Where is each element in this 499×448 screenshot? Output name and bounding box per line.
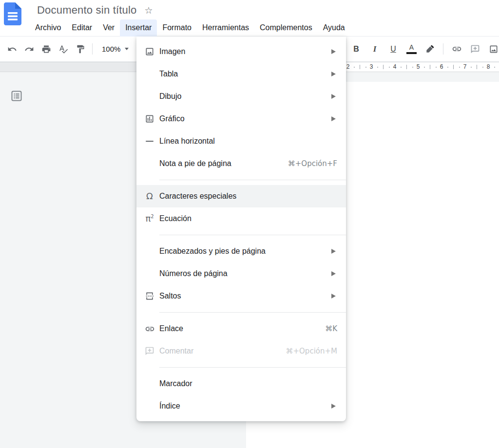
document-outline-icon[interactable] bbox=[10, 89, 23, 103]
comment-icon bbox=[144, 345, 155, 357]
menu-item-label: Línea horizontal bbox=[159, 137, 215, 146]
ruler-tick bbox=[453, 65, 454, 69]
menu-item-shortcut: ⌘K bbox=[325, 324, 337, 333]
menu-item-tabla[interactable]: Tabla bbox=[136, 63, 346, 85]
zoom-value: 100% bbox=[102, 45, 120, 53]
add-comment-icon[interactable] bbox=[470, 43, 480, 55]
menubar-item-complementos[interactable]: Complementos bbox=[254, 19, 318, 37]
menu-item-label: Caracteres especiales bbox=[159, 192, 236, 201]
ruler-tick bbox=[471, 67, 472, 68]
menu-item-shortcut: ⌘+Opción+M bbox=[286, 347, 337, 355]
menu-item-label: Imagen bbox=[159, 47, 185, 56]
menu-item-label: Dibujo bbox=[159, 92, 181, 101]
menu-item-saltos[interactable]: Saltos bbox=[136, 285, 346, 307]
insert-image-icon bbox=[488, 43, 499, 55]
menu-item-label: Nota a pie de página bbox=[159, 159, 231, 168]
image-icon bbox=[144, 46, 155, 57]
menu-item-nota-a-pie-de-pagina[interactable]: Nota a pie de página⌘+Opción+F bbox=[136, 152, 346, 175]
insert-menu: ImagenTablaDibujoGráficoLínea horizontal… bbox=[136, 37, 346, 421]
text-color-button[interactable]: A bbox=[406, 44, 417, 54]
italic-button[interactable]: I bbox=[369, 43, 380, 55]
ruler-number: 6 bbox=[436, 62, 447, 72]
ruler-tick bbox=[354, 67, 355, 68]
submenu-arrow-icon bbox=[331, 271, 336, 276]
undo-icon[interactable] bbox=[7, 43, 18, 55]
menu-item-label: Saltos bbox=[159, 292, 181, 300]
ruler-tick bbox=[406, 65, 407, 69]
menu-separator bbox=[159, 235, 346, 235]
ruler-number: 7 bbox=[460, 62, 470, 72]
chart-icon bbox=[144, 113, 155, 125]
menu-item-grafico[interactable]: Gráfico bbox=[136, 108, 346, 130]
toolbar-divider bbox=[443, 43, 443, 55]
menu-item-label: Ecuación bbox=[159, 214, 192, 223]
menu-item-imagen[interactable]: Imagen bbox=[136, 40, 346, 63]
menu-separator bbox=[159, 312, 346, 313]
paint-format-icon[interactable] bbox=[75, 43, 86, 55]
ruler-tick bbox=[360, 65, 360, 69]
menu-item-indice[interactable]: Índice bbox=[136, 395, 346, 417]
menu-icon-placeholder bbox=[144, 268, 155, 280]
menu-icon-placeholder bbox=[144, 378, 155, 390]
menu-separator bbox=[159, 180, 346, 180]
menubar-item-archivo[interactable]: Archivo bbox=[30, 19, 66, 37]
submenu-arrow-icon bbox=[331, 116, 336, 121]
menu-item-dibujo[interactable]: Dibujo bbox=[136, 85, 346, 108]
bold-button[interactable]: B bbox=[351, 43, 362, 55]
horizontal-line-icon bbox=[144, 135, 155, 147]
menu-item-encabezados-y-pies-de-pagina[interactable]: Encabezados y pies de página bbox=[136, 240, 346, 262]
menu-separator bbox=[159, 367, 346, 368]
menubar-item-insertar[interactable]: Insertar bbox=[120, 19, 157, 37]
menu-icon-placeholder bbox=[144, 158, 155, 169]
menu-item-ecuacion[interactable]: π2Ecuación bbox=[136, 207, 346, 230]
menubar-item-ver[interactable]: Ver bbox=[97, 19, 120, 37]
menu-item-marcador[interactable]: Marcador bbox=[136, 373, 346, 395]
menu-item-label: Índice bbox=[159, 402, 180, 411]
ruler-number: 5 bbox=[413, 62, 423, 72]
menu-icon-placeholder bbox=[144, 245, 155, 257]
menubar-item-formato[interactable]: Formato bbox=[157, 19, 197, 37]
menu-item-caracteres-especiales[interactable]: ΩCaracteres especiales bbox=[136, 185, 346, 207]
menu-icon-placeholder bbox=[144, 91, 155, 102]
google-docs-logo-icon[interactable] bbox=[4, 2, 21, 25]
menu-item-numeros-de-pagina[interactable]: Números de página bbox=[136, 262, 346, 285]
highlight-color-icon[interactable] bbox=[424, 43, 435, 55]
ruler-tick bbox=[401, 67, 402, 68]
underline-button[interactable]: U bbox=[388, 43, 399, 55]
page-break-icon bbox=[144, 290, 155, 302]
menubar: ArchivoEditarVerInsertarFormatoHerramien… bbox=[30, 19, 350, 37]
menu-item-label: Comentar bbox=[159, 347, 193, 355]
submenu-arrow-icon bbox=[331, 94, 336, 99]
menubar-item-editar[interactable]: Editar bbox=[66, 19, 97, 37]
menu-item-linea-horizontal[interactable]: Línea horizontal bbox=[136, 130, 346, 152]
titlebar: Documento sin título ☆ bbox=[0, 0, 499, 19]
redo-icon[interactable] bbox=[24, 43, 35, 55]
menubar-item-herramientas[interactable]: Herramientas bbox=[197, 19, 254, 37]
menu-item-enlace[interactable]: Enlace⌘K bbox=[136, 317, 346, 340]
ruler-tick bbox=[447, 67, 448, 68]
menubar-item-ayuda[interactable]: Ayuda bbox=[318, 19, 350, 37]
toolbar-divider bbox=[92, 43, 93, 55]
menu-item-comentar: Comentar⌘+Opción+M bbox=[136, 340, 346, 362]
star-icon[interactable]: ☆ bbox=[145, 5, 153, 16]
menu-icon-placeholder bbox=[144, 68, 155, 80]
menu-item-label: Números de página bbox=[159, 269, 228, 278]
print-icon[interactable] bbox=[41, 43, 52, 55]
chevron-down-icon bbox=[125, 48, 129, 50]
ruler-number: 4 bbox=[389, 62, 400, 72]
insert-link-icon[interactable] bbox=[451, 43, 462, 55]
spellcheck-icon[interactable] bbox=[58, 43, 69, 55]
ruler-tick bbox=[430, 65, 430, 69]
insert-image-button[interactable] bbox=[488, 43, 499, 55]
menu-icon-placeholder bbox=[144, 400, 155, 412]
omega-icon: Ω bbox=[144, 190, 155, 202]
text-color-swatch bbox=[406, 52, 417, 54]
menu-item-shortcut: ⌘+Opción+F bbox=[288, 159, 337, 168]
submenu-arrow-icon bbox=[331, 294, 336, 299]
ruler-number: 8 bbox=[483, 62, 494, 72]
document-title[interactable]: Documento sin título bbox=[37, 4, 137, 17]
ruler-tick bbox=[424, 67, 425, 68]
menu-item-label: Marcador bbox=[159, 379, 192, 388]
link-icon bbox=[144, 323, 155, 335]
zoom-select[interactable]: 100% bbox=[99, 45, 132, 53]
